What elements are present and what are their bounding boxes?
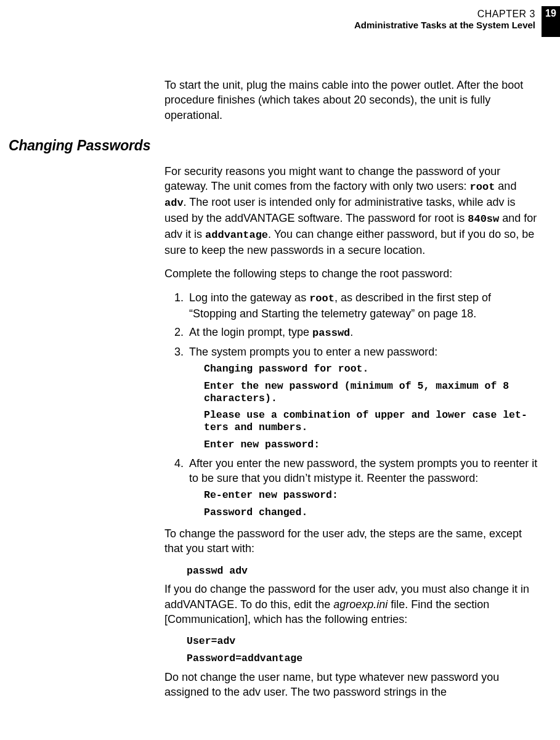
text: . xyxy=(350,326,353,338)
code-line: Re-enter new password: xyxy=(204,489,538,502)
page-header: CHAPTER 3 19 Administrative Tasks at the… xyxy=(0,0,560,41)
code-adv: adv xyxy=(164,197,184,209)
text: After you enter the new password, the sy… xyxy=(189,457,537,484)
code-root: root xyxy=(470,181,495,193)
code-line: Please use a combination of upper and lo… xyxy=(204,409,538,434)
text: Log into the gateway as xyxy=(189,291,309,304)
text: For security reasons you might want to c… xyxy=(164,165,500,192)
intro-paragraph: To start the unit, plug the mains cable … xyxy=(164,78,538,123)
page: CHAPTER 3 19 Administrative Tasks at the… xyxy=(0,0,560,740)
adv-paragraph: To change the password for the user adv,… xyxy=(164,526,538,556)
step-1: Log into the gateway as root, as describ… xyxy=(187,290,538,321)
steps-list: Log into the gateway as root, as describ… xyxy=(164,290,538,519)
code-addvantage: addvantage xyxy=(205,229,268,241)
code-840sw: 840sw xyxy=(468,213,499,225)
code-root: root xyxy=(309,293,335,304)
code-block-ini: User=adv Password=addvantage xyxy=(187,635,538,665)
code-line: Enter the new password (minimum of 5, ma… xyxy=(204,380,538,405)
steps-intro: Complete the following steps to change t… xyxy=(164,266,538,281)
code-block-reenter: Re-enter new password: Password changed. xyxy=(204,489,538,519)
text: At the login prompt, type xyxy=(189,326,312,338)
security-paragraph: For security reasons you might want to c… xyxy=(164,164,538,258)
step-3: The system prompts you to enter a new pa… xyxy=(187,344,538,451)
header-subtitle: Administrative Tasks at the System Level xyxy=(354,20,535,30)
code-line: Password=addvantage xyxy=(187,653,538,665)
text: and xyxy=(495,180,516,192)
code-block-new-password: Changing password for root. Enter the ne… xyxy=(204,363,538,451)
page-number: 19 xyxy=(542,6,560,37)
code-block-passwd-adv: passwd adv xyxy=(187,565,538,577)
text: . The root user is intended only for adm… xyxy=(164,196,516,224)
text: The system prompts you to enter a new pa… xyxy=(189,346,437,358)
code-line: Enter new password: xyxy=(204,439,538,451)
code-line: passwd adv xyxy=(187,565,538,577)
code-line: Password changed. xyxy=(204,506,538,519)
step-4: After you enter the new password, the sy… xyxy=(187,456,538,519)
content-body: To start the unit, plug the mains cable … xyxy=(0,41,560,699)
code-passwd: passwd xyxy=(312,327,350,339)
ini-paragraph: If you do change the password for the us… xyxy=(164,582,538,627)
step-2: At the login prompt, type passwd. xyxy=(187,325,538,341)
code-line: Changing password for root. xyxy=(204,363,538,375)
code-line: User=adv xyxy=(187,635,538,648)
closing-paragraph: Do not change the user name, but type wh… xyxy=(164,670,538,700)
section-heading: Changing Passwords xyxy=(9,136,538,155)
filename: agroexp.ini xyxy=(333,598,388,611)
